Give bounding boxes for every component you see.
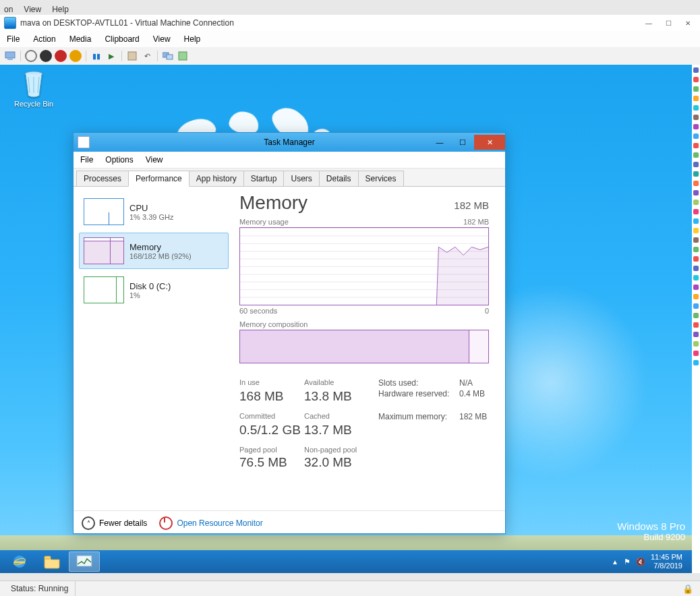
tm-menubar: File Options View <box>74 152 505 169</box>
start-button[interactable] <box>25 50 37 62</box>
lab-cached: Cached <box>304 412 378 421</box>
tab-details[interactable]: Details <box>319 171 359 186</box>
sidebar-cpu[interactable]: CPU1% 3.39 GHz <box>79 193 229 230</box>
open-resource-monitor-link[interactable]: Open Resource Monitor <box>159 516 262 530</box>
taskbar-ie[interactable] <box>4 552 35 572</box>
resource-monitor-label: Open Resource Monitor <box>177 518 262 528</box>
task-manager-window[interactable]: Task Manager — ☐ ✕ File Options View Pro… <box>73 132 506 534</box>
axis-left: 60 seconds <box>239 307 277 315</box>
tray-time: 11:45 PM <box>651 553 682 562</box>
watermark-line2: Build 9200 <box>617 532 685 542</box>
enhanced-session-button[interactable] <box>162 50 174 62</box>
tray-volume-muted-icon[interactable]: 🔇 <box>636 558 645 566</box>
svg-rect-1 <box>7 59 13 60</box>
lab-paged: Paged pool <box>239 446 304 454</box>
vmconnect-icon <box>4 17 16 29</box>
tray-flag-icon[interactable]: ⚑ <box>624 558 631 566</box>
val-hw: 0.4 MB <box>459 389 489 411</box>
vmconnect-title: mava on DESKTOP-AVTLL01 - Virtual Machin… <box>20 18 234 28</box>
svg-rect-5 <box>179 52 187 60</box>
fewer-details-label: Fewer details <box>99 518 147 528</box>
lock-icon: 🔒 <box>682 584 696 594</box>
taskbar-explorer[interactable] <box>36 552 67 572</box>
reset-button[interactable]: ▶ <box>105 50 117 62</box>
usage-right: 182 MB <box>463 218 489 226</box>
sidebar-disk-sub: 1% <box>129 291 171 299</box>
menu-help[interactable]: Help <box>184 34 201 44</box>
tab-processes[interactable]: Processes <box>76 171 129 186</box>
val-in-use: 168 MB <box>239 389 304 404</box>
vmconnect-statusbar: Status: Running 🔒 <box>0 580 700 596</box>
lab-nonpaged: Non-paged pool <box>304 446 378 454</box>
lab-in-use: In use <box>239 378 304 388</box>
sidebar-memory-sub: 168/182 MB (92%) <box>129 252 192 260</box>
wallpaper-ground <box>0 535 692 550</box>
sidebar-cpu-name: CPU <box>129 203 173 213</box>
menu-clipboard[interactable]: Clipboard <box>105 34 139 44</box>
tm-sidebar: CPU1% 3.39 GHz Memory168/182 MB (92%) Di… <box>74 187 234 510</box>
frag-item[interactable]: on <box>4 5 13 14</box>
recycle-bin-icon[interactable]: Recycle Bin <box>8 69 59 108</box>
share-button[interactable] <box>177 50 189 62</box>
tab-performance[interactable]: Performance <box>128 171 189 187</box>
turnoff-button[interactable] <box>40 50 52 62</box>
vmconnect-menubar: File Action Media Clipboard View Help <box>0 31 700 48</box>
ctrl-alt-del-button[interactable] <box>4 50 16 62</box>
tray-chevron-icon[interactable]: ▲ <box>612 558 618 566</box>
vmconnect-titlebar[interactable]: mava on DESKTOP-AVTLL01 - Virtual Machin… <box>0 15 700 32</box>
tm-title: Task Manager <box>74 138 505 147</box>
sidebar-disk[interactable]: Disk 0 (C:)1% <box>79 272 229 308</box>
axis-right: 0 <box>485 307 489 315</box>
menu-file[interactable]: File <box>7 34 20 44</box>
val-slots: N/A <box>459 378 489 388</box>
save-button[interactable] <box>69 50 82 62</box>
chevron-up-icon: ˄ <box>82 516 95 530</box>
tm-menu-view[interactable]: View <box>146 155 163 165</box>
tab-users[interactable]: Users <box>283 171 319 186</box>
close-button[interactable]: ✕ <box>685 20 691 27</box>
minimize-button[interactable]: — <box>645 20 652 27</box>
tm-menu-options[interactable]: Options <box>105 155 133 165</box>
resource-monitor-icon <box>159 516 173 530</box>
tray-clock[interactable]: 11:45 PM 7/8/2019 <box>651 553 682 570</box>
shutdown-button[interactable] <box>55 50 67 62</box>
memory-usage-chart[interactable] <box>239 227 489 305</box>
menu-media[interactable]: Media <box>69 34 92 44</box>
fewer-details-button[interactable]: ˄ Fewer details <box>82 516 147 530</box>
val-cached: 13.7 MB <box>304 423 378 438</box>
svg-rect-4 <box>167 55 173 59</box>
tm-tabs: Processes Performance App history Startu… <box>74 169 505 187</box>
menu-action[interactable]: Action <box>33 34 55 44</box>
memory-composition-bar[interactable] <box>239 330 489 363</box>
sidebar-disk-name: Disk 0 (C:) <box>129 281 171 291</box>
status-text: Status: Running <box>4 581 76 596</box>
val-available: 13.8 MB <box>304 389 378 404</box>
pause-button[interactable]: ▮▮ <box>90 50 103 62</box>
revert-button[interactable]: ↶ <box>141 50 153 62</box>
val-max: 182 MB <box>459 412 489 421</box>
windows-watermark: Windows 8 Pro Build 9200 <box>617 520 685 542</box>
tm-titlebar[interactable]: Task Manager — ☐ ✕ <box>74 133 505 152</box>
maximize-button[interactable]: ☐ <box>666 20 672 27</box>
lab-available: Available <box>304 378 378 388</box>
sidebar-memory[interactable]: Memory168/182 MB (92%) <box>79 233 229 269</box>
perf-heading: Memory 182 MB <box>239 192 489 214</box>
menu-view[interactable]: View <box>153 34 171 44</box>
tm-main-panel: Memory 182 MB Memory usage 182 MB 60 sec… <box>234 187 505 510</box>
recycle-bin-label: Recycle Bin <box>8 100 59 108</box>
frag-item[interactable]: View <box>24 5 41 14</box>
checkpoint-button[interactable] <box>126 50 138 62</box>
taskbar-task-manager[interactable] <box>69 552 100 572</box>
host-right-strip <box>691 65 700 573</box>
tab-services[interactable]: Services <box>358 171 404 186</box>
vm-desktop[interactable]: Recycle Bin Windows 8 Pro Build 9200 Tas… <box>0 65 692 573</box>
windows-taskbar[interactable]: ▲ ⚑ 🔇 11:45 PM 7/8/2019 <box>0 550 692 573</box>
tab-startup[interactable]: Startup <box>243 171 285 186</box>
frag-item[interactable]: Help <box>52 5 69 14</box>
system-tray[interactable]: ▲ ⚑ 🔇 11:45 PM 7/8/2019 <box>612 553 688 570</box>
svg-rect-9 <box>45 556 51 559</box>
tm-menu-file[interactable]: File <box>80 155 93 165</box>
svg-rect-0 <box>5 52 15 58</box>
host-parent-menu-fragment: on View Help <box>0 3 73 16</box>
tab-app-history[interactable]: App history <box>189 171 244 186</box>
